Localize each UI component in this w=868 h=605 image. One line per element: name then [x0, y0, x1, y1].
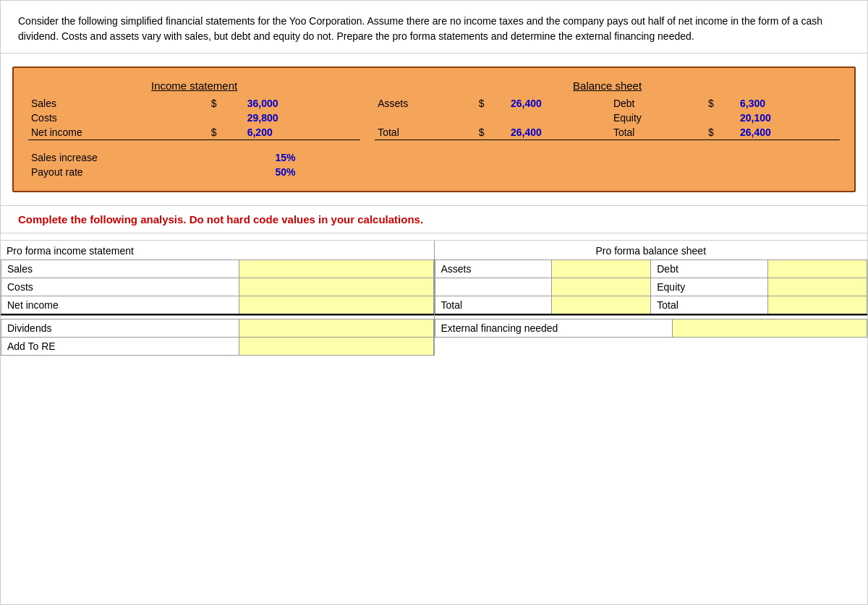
income-netincome-label: Net income: [28, 125, 208, 140]
pfb-total-right-value[interactable]: [767, 296, 867, 315]
intro-section: Consider the following simplified financ…: [1, 1, 867, 53]
income-costs-row: Costs 29,800: [28, 111, 360, 125]
payout-rate-row: Payout rate 50%: [28, 165, 360, 179]
pf-netincome-row: Net income: [1, 296, 434, 315]
income-netincome-dollar: $: [208, 125, 244, 140]
proforma-balance-header: Pro forma balance sheet: [435, 241, 868, 259]
income-statement-title: Income statement: [28, 80, 360, 92]
pfb-assets-value[interactable]: [551, 260, 650, 278]
ext-financing-label: External financing needed: [435, 319, 673, 338]
income-sales-value: 36,000: [244, 96, 361, 111]
income-statement-section: Income statement Sales $ 36,000 Costs 29…: [28, 80, 375, 179]
bs-total-dollar: $: [476, 125, 508, 140]
dividends-label: Dividends: [1, 319, 239, 338]
sales-increase-label: Sales increase: [28, 150, 272, 165]
pf-sales-value[interactable]: [239, 260, 433, 278]
payout-rate-label: Payout rate: [28, 165, 272, 179]
instruction-row: Complete the following analysis. Do not …: [1, 206, 867, 233]
pfb-assets-label: Assets: [435, 260, 551, 278]
bs-equity-label: Equity: [610, 111, 705, 125]
bottom-left-section: Dividends Add To RE: [1, 316, 435, 356]
pfb-debt-value[interactable]: [767, 260, 867, 278]
pfb-total-right-label: Total: [651, 296, 767, 315]
payout-rate-value: 50%: [272, 165, 360, 179]
pfb-debt-label: Debt: [651, 260, 767, 278]
bs-total-row: Total $ 26,400 Total $ 26,400: [375, 125, 840, 140]
bs-debt-value: 6,300: [737, 96, 840, 111]
bs-assets-dollar: $: [476, 96, 508, 111]
bs-total-label: Total: [375, 125, 476, 140]
dividends-row: Dividends: [1, 319, 434, 338]
income-netincome-value: 6,200: [244, 125, 361, 140]
bs-debt-dollar: $: [705, 96, 737, 111]
bs-equity-row: Equity 20,100: [375, 111, 840, 125]
pfb-equity-label: Equity: [651, 278, 767, 296]
income-netincome-row: Net income $ 6,200: [28, 125, 360, 140]
income-sales-label: Sales: [28, 96, 208, 111]
sales-increase-row: Sales increase 15%: [28, 150, 360, 165]
pfb-row1: Assets Debt: [435, 260, 867, 278]
pfb-equity-value[interactable]: [767, 278, 867, 296]
bs-debt-label: Debt: [610, 96, 705, 111]
pfb-total-value[interactable]: [551, 296, 650, 315]
bottom-right-section: External financing needed: [435, 316, 868, 356]
add-re-row: Add To RE: [1, 338, 434, 356]
pf-sales-label: Sales: [1, 260, 239, 278]
pf-costs-row: Costs: [1, 278, 434, 296]
pfb-empty-value[interactable]: [551, 278, 650, 296]
add-re-value[interactable]: [239, 338, 433, 356]
pf-sales-row: Sales: [1, 260, 434, 278]
bs-assets-value: 26,400: [508, 96, 610, 111]
sales-increase-value: 15%: [272, 150, 360, 165]
pf-costs-value[interactable]: [239, 278, 433, 296]
pfb-row2: Equity: [435, 278, 867, 296]
income-sales-dollar: $: [208, 96, 244, 111]
pfb-total-label: Total: [435, 296, 551, 315]
proforma-income-section: Pro forma income statement Sales Costs N…: [1, 241, 435, 315]
proforma-income-header: Pro forma income statement: [1, 241, 434, 259]
pfb-row3: Total Total: [435, 296, 867, 315]
bs-assets-label: Assets: [375, 96, 476, 111]
bs-total-right-dollar: $: [705, 125, 737, 140]
income-sales-row: Sales $ 36,000: [28, 96, 360, 111]
income-costs-dollar: [208, 111, 244, 125]
dividends-value[interactable]: [239, 319, 433, 338]
income-costs-value: 29,800: [244, 111, 361, 125]
proforma-balance-section: Pro forma balance sheet Assets Debt Equi…: [435, 241, 868, 315]
bs-total-right-value: 26,400: [737, 125, 840, 140]
intro-text: Consider the following simplified financ…: [18, 15, 822, 42]
rates-section: Sales increase 15% Payout rate 50%: [28, 150, 360, 179]
pfb-empty-label: [435, 278, 551, 296]
pf-netincome-value[interactable]: [239, 296, 433, 315]
add-re-label: Add To RE: [1, 338, 239, 356]
bs-total-assets-value: 26,400: [508, 125, 610, 140]
pf-netincome-label: Net income: [1, 296, 239, 315]
instruction-text: Complete the following analysis. Do not …: [18, 213, 423, 226]
balance-sheet-title: Balance sheet: [375, 80, 840, 92]
income-costs-label: Costs: [28, 111, 208, 125]
balance-sheet-section: Balance sheet Assets $ 26,400 Debt $ 6,3…: [375, 80, 840, 179]
ext-financing-row: External financing needed: [435, 319, 867, 338]
bs-total-right-label: Total: [610, 125, 705, 140]
bs-assets-row: Assets $ 26,400 Debt $ 6,300: [375, 96, 840, 111]
ext-financing-value[interactable]: [673, 319, 867, 338]
pf-costs-label: Costs: [1, 278, 239, 296]
bs-equity-value: 20,100: [737, 111, 840, 125]
